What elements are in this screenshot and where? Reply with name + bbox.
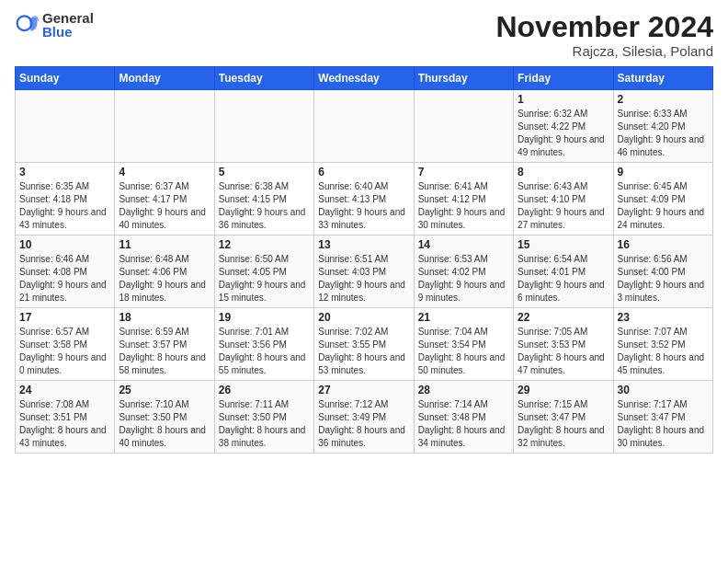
day-number: 17	[19, 311, 110, 324]
calendar-title: November 2024	[495, 11, 713, 43]
day-number: 28	[418, 384, 509, 396]
calendar-cell: 17Sunrise: 6:57 AM Sunset: 3:58 PM Dayli…	[16, 308, 115, 381]
weekday-header-row: SundayMondayTuesdayWednesdayThursdayFrid…	[16, 67, 713, 90]
calendar-cell: 2Sunrise: 6:33 AM Sunset: 4:20 PM Daylig…	[613, 90, 712, 163]
day-info: Sunrise: 6:57 AM Sunset: 3:58 PM Dayligh…	[19, 326, 110, 377]
calendar-cell: 13Sunrise: 6:51 AM Sunset: 4:03 PM Dayli…	[314, 236, 414, 308]
calendar-cell: 25Sunrise: 7:10 AM Sunset: 3:50 PM Dayli…	[115, 381, 214, 454]
calendar-cell: 22Sunrise: 7:05 AM Sunset: 3:53 PM Dayli…	[514, 308, 613, 381]
day-number: 10	[19, 238, 110, 251]
day-number: 30	[618, 384, 709, 396]
day-number: 1	[518, 93, 609, 106]
calendar-table: SundayMondayTuesdayWednesdayThursdayFrid…	[15, 66, 713, 454]
day-number: 2	[618, 93, 709, 106]
logo-text: General Blue	[42, 11, 94, 39]
day-number: 3	[19, 166, 110, 178]
day-info: Sunrise: 7:05 AM Sunset: 3:53 PM Dayligh…	[518, 326, 609, 377]
day-number: 18	[119, 311, 210, 324]
calendar-cell: 30Sunrise: 7:17 AM Sunset: 3:47 PM Dayli…	[613, 381, 712, 454]
day-info: Sunrise: 7:15 AM Sunset: 3:47 PM Dayligh…	[518, 398, 609, 450]
calendar-cell: 19Sunrise: 7:01 AM Sunset: 3:56 PM Dayli…	[214, 308, 313, 381]
title-block: November 2024 Rajcza, Silesia, Poland	[495, 11, 713, 59]
calendar-cell	[16, 90, 115, 163]
calendar-week-0: 1Sunrise: 6:32 AM Sunset: 4:22 PM Daylig…	[16, 90, 713, 163]
day-number: 6	[318, 166, 409, 178]
day-info: Sunrise: 6:50 AM Sunset: 4:05 PM Dayligh…	[219, 253, 310, 304]
calendar-header: SundayMondayTuesdayWednesdayThursdayFrid…	[16, 67, 713, 90]
day-info: Sunrise: 6:32 AM Sunset: 4:22 PM Dayligh…	[518, 108, 609, 159]
logo-blue: Blue	[42, 25, 94, 39]
day-number: 29	[518, 384, 609, 396]
day-info: Sunrise: 6:35 AM Sunset: 4:18 PM Dayligh…	[19, 180, 110, 232]
calendar-cell: 21Sunrise: 7:04 AM Sunset: 3:54 PM Dayli…	[414, 308, 513, 381]
calendar-week-4: 24Sunrise: 7:08 AM Sunset: 3:51 PM Dayli…	[16, 381, 713, 454]
calendar-cell: 14Sunrise: 6:53 AM Sunset: 4:02 PM Dayli…	[414, 236, 513, 308]
calendar-cell: 4Sunrise: 6:37 AM Sunset: 4:17 PM Daylig…	[115, 163, 214, 236]
calendar-cell	[414, 90, 513, 163]
calendar-cell: 27Sunrise: 7:12 AM Sunset: 3:49 PM Dayli…	[314, 381, 414, 454]
day-info: Sunrise: 6:51 AM Sunset: 4:03 PM Dayligh…	[318, 253, 409, 304]
weekday-friday: Friday	[514, 67, 613, 90]
calendar-cell: 23Sunrise: 7:07 AM Sunset: 3:52 PM Dayli…	[613, 308, 712, 381]
logo: General Blue	[15, 11, 94, 39]
calendar-cell: 28Sunrise: 7:14 AM Sunset: 3:48 PM Dayli…	[414, 381, 513, 454]
day-info: Sunrise: 6:33 AM Sunset: 4:20 PM Dayligh…	[618, 108, 709, 159]
day-info: Sunrise: 6:45 AM Sunset: 4:09 PM Dayligh…	[618, 180, 709, 232]
calendar-cell: 6Sunrise: 6:40 AM Sunset: 4:13 PM Daylig…	[314, 163, 414, 236]
calendar-cell: 3Sunrise: 6:35 AM Sunset: 4:18 PM Daylig…	[16, 163, 115, 236]
day-info: Sunrise: 7:17 AM Sunset: 3:47 PM Dayligh…	[618, 398, 709, 450]
day-number: 20	[318, 311, 409, 324]
day-number: 11	[119, 238, 210, 251]
calendar-cell: 16Sunrise: 6:56 AM Sunset: 4:00 PM Dayli…	[613, 236, 712, 308]
day-number: 27	[318, 384, 409, 396]
day-info: Sunrise: 7:04 AM Sunset: 3:54 PM Dayligh…	[418, 326, 509, 377]
calendar-week-2: 10Sunrise: 6:46 AM Sunset: 4:08 PM Dayli…	[16, 236, 713, 308]
calendar-cell: 8Sunrise: 6:43 AM Sunset: 4:10 PM Daylig…	[514, 163, 613, 236]
day-info: Sunrise: 6:53 AM Sunset: 4:02 PM Dayligh…	[418, 253, 509, 304]
page: General Blue November 2024 Rajcza, Siles…	[0, 0, 728, 563]
day-number: 15	[518, 238, 609, 251]
day-info: Sunrise: 6:56 AM Sunset: 4:00 PM Dayligh…	[618, 253, 709, 304]
day-info: Sunrise: 7:12 AM Sunset: 3:49 PM Dayligh…	[318, 398, 409, 450]
calendar-cell: 12Sunrise: 6:50 AM Sunset: 4:05 PM Dayli…	[214, 236, 313, 308]
calendar-cell: 9Sunrise: 6:45 AM Sunset: 4:09 PM Daylig…	[613, 163, 712, 236]
day-number: 16	[618, 238, 709, 251]
calendar-cell: 18Sunrise: 6:59 AM Sunset: 3:57 PM Dayli…	[115, 308, 214, 381]
calendar-cell: 7Sunrise: 6:41 AM Sunset: 4:12 PM Daylig…	[414, 163, 513, 236]
day-info: Sunrise: 7:01 AM Sunset: 3:56 PM Dayligh…	[219, 326, 310, 377]
calendar-cell: 11Sunrise: 6:48 AM Sunset: 4:06 PM Dayli…	[115, 236, 214, 308]
day-info: Sunrise: 6:37 AM Sunset: 4:17 PM Dayligh…	[119, 180, 210, 232]
day-number: 4	[119, 166, 210, 178]
day-number: 22	[518, 311, 609, 324]
day-number: 24	[19, 384, 110, 396]
calendar-subtitle: Rajcza, Silesia, Poland	[495, 43, 713, 59]
day-number: 5	[219, 166, 310, 178]
weekday-tuesday: Tuesday	[214, 67, 313, 90]
calendar-cell	[115, 90, 214, 163]
day-number: 23	[618, 311, 709, 324]
calendar-cell	[314, 90, 414, 163]
weekday-sunday: Sunday	[16, 67, 115, 90]
day-info: Sunrise: 6:41 AM Sunset: 4:12 PM Dayligh…	[418, 180, 509, 232]
calendar-cell	[214, 90, 313, 163]
day-info: Sunrise: 7:07 AM Sunset: 3:52 PM Dayligh…	[618, 326, 709, 377]
header: General Blue November 2024 Rajcza, Siles…	[15, 11, 713, 59]
calendar-cell: 10Sunrise: 6:46 AM Sunset: 4:08 PM Dayli…	[16, 236, 115, 308]
calendar-cell: 5Sunrise: 6:38 AM Sunset: 4:15 PM Daylig…	[214, 163, 313, 236]
weekday-wednesday: Wednesday	[314, 67, 414, 90]
day-number: 25	[119, 384, 210, 396]
day-info: Sunrise: 6:59 AM Sunset: 3:57 PM Dayligh…	[119, 326, 210, 377]
day-info: Sunrise: 7:08 AM Sunset: 3:51 PM Dayligh…	[19, 398, 110, 450]
day-number: 12	[219, 238, 310, 251]
day-number: 26	[219, 384, 310, 396]
calendar-week-3: 17Sunrise: 6:57 AM Sunset: 3:58 PM Dayli…	[16, 308, 713, 381]
day-number: 9	[618, 166, 709, 178]
calendar-cell: 26Sunrise: 7:11 AM Sunset: 3:50 PM Dayli…	[214, 381, 313, 454]
calendar-cell: 20Sunrise: 7:02 AM Sunset: 3:55 PM Dayli…	[314, 308, 414, 381]
day-info: Sunrise: 6:43 AM Sunset: 4:10 PM Dayligh…	[518, 180, 609, 232]
day-info: Sunrise: 6:48 AM Sunset: 4:06 PM Dayligh…	[119, 253, 210, 304]
day-number: 19	[219, 311, 310, 324]
logo-general: General	[42, 11, 94, 25]
calendar-body: 1Sunrise: 6:32 AM Sunset: 4:22 PM Daylig…	[16, 90, 713, 454]
day-number: 8	[518, 166, 609, 178]
